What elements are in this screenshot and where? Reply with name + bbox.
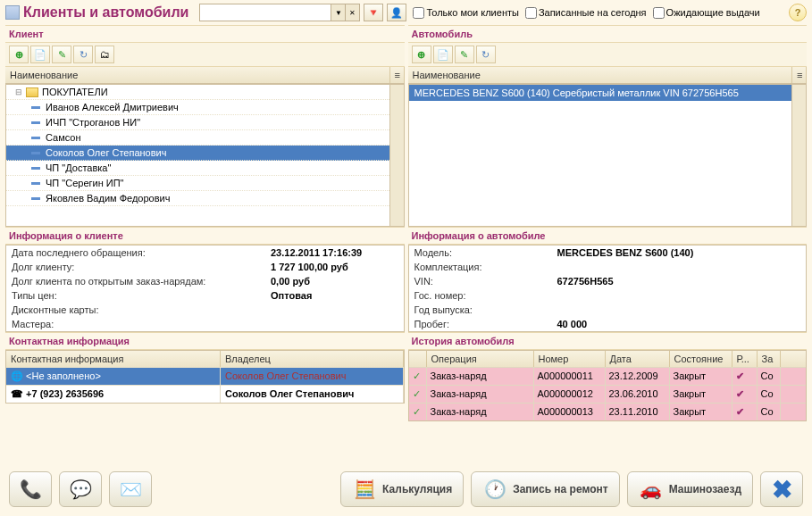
calc-button[interactable]: 🧮 Калькуляция [340,471,464,507]
tree-item[interactable]: ИЧП "Строганов НИ" [6,115,404,130]
history-col[interactable]: Номер [534,351,606,367]
auto-column-header[interactable]: Наименование [408,67,793,83]
history-col[interactable]: Р... [732,351,758,367]
contact-type-icon: ☎ [11,388,23,399]
repair-button[interactable]: 🕐 Запись на ремонт [471,471,619,507]
client-tree[interactable]: ⊟ ПОКУПАТЕЛИ Иванов Алексей ДмитриевичИЧ… [5,84,405,227]
info-row: Долг клиента по открытым заказ-нарядам:0… [6,274,404,288]
history-col[interactable]: Состояние [670,351,732,367]
scrollbar[interactable] [389,85,404,226]
info-row: Мастера: [6,317,404,331]
history-cell: Заказ-наряд [427,368,534,385]
history-cell: 23.06.2010 [606,386,670,403]
search-input[interactable] [200,4,331,21]
today-check[interactable]: Записанные на сегодня [525,7,647,19]
history-col[interactable]: За [758,351,781,367]
refresh-button[interactable]: ↻ [73,46,93,63]
info-row: Год выпуска: [409,303,807,317]
history-cell: 23.12.2009 [606,368,670,385]
info-row: Пробег:40 000 [409,317,807,331]
history-row[interactable]: ✓Заказ-нарядА00000001323.11.2010Закрыт✔С… [409,403,807,420]
info-row: Дата последнего обращения:23.12.2011 17:… [6,246,404,260]
item-label: Яковлев Вадим Федорович [46,193,170,204]
history-row[interactable]: ✓Заказ-нарядА00000001223.06.2010Закрыт✔С… [409,385,807,403]
item-label: Самсон [46,132,81,143]
history-cell: Закрыт [670,404,732,420]
tree-item[interactable]: ЧП "Доставка" [6,161,404,176]
dropdown-icon[interactable]: ▼ [331,4,345,21]
sort-icon[interactable]: ≡ [390,67,405,83]
tree-item[interactable]: ЧП "Серегин ИП" [6,176,404,191]
tree-item[interactable]: Соколов Олег Степанович [6,146,404,161]
doc-icon: ✓ [409,404,427,420]
calculator-icon: 🧮 [352,477,377,502]
item-icon [31,182,40,185]
contact-row[interactable]: ☎ +7 (923) 2635696Соколов Олег Степанови… [6,385,404,403]
tree-item[interactable]: Самсон [6,130,404,146]
clear-icon[interactable]: ✕ [345,4,359,21]
history-cell: Со [758,368,781,385]
info-row: VIN:672756H565 [409,274,807,288]
phone-button[interactable]: 📞 [9,471,52,507]
history-col[interactable]: Дата [606,351,670,367]
client-column-header[interactable]: Наименование [5,67,390,83]
history-cell: Со [758,386,781,403]
info-value: 40 000 [557,319,588,329]
find-button[interactable]: 👤 [387,4,406,21]
info-label: Дата последнего обращения: [12,247,271,258]
history-cell: Заказ-наряд [427,386,534,403]
info-row: Гос. номер: [409,288,807,303]
scrollbar[interactable] [791,85,806,226]
close-button[interactable]: ✖ [760,471,803,507]
sms-button[interactable]: 💬 [59,471,102,507]
only-my-check[interactable]: Только мои клиенты [413,7,519,19]
refresh-button[interactable]: ↻ [476,46,496,63]
tree-item[interactable]: Яковлев Вадим Федорович [6,191,404,206]
history-cell: 23.11.2010 [606,404,670,420]
add-button[interactable]: ⊕ [412,46,431,63]
auto-row[interactable]: MERCEDES BENZ S600 (140) Серебристый мет… [409,85,807,101]
info-label: Долг клиенту: [12,262,271,272]
history-cell: Закрыт [670,368,732,385]
email-button[interactable]: ✉️ [109,471,152,507]
auto-info-grid: Модель:MERCEDES BENZ S600 (140)Комплекта… [408,245,808,332]
contact-col2[interactable]: Владелец [221,351,404,367]
history-col[interactable]: Операция [427,351,534,367]
info-value: 0,00 руб [271,276,310,287]
item-icon [31,167,40,170]
hierarchy-button[interactable]: 🗂 [95,46,114,63]
help-button[interactable]: ? [789,4,807,21]
info-label: Долг клиента по открытым заказ-нарядам: [12,276,271,287]
entry-button[interactable]: 🚗 Машинозаезд [627,471,753,507]
waiting-check[interactable]: Ожидающие выдачи [653,7,760,19]
history-row[interactable]: ✓Заказ-нарядА00000001123.12.2009Закрыт✔С… [409,367,807,385]
info-label: Мастера: [12,319,271,329]
info-value: 1 727 100,00 руб [271,262,348,272]
client-info-header: Информация о клиенте [5,227,405,245]
info-row: Дисконтные карты: [6,303,404,317]
contact-col1[interactable]: Контактная информация [6,351,221,367]
filter-button[interactable]: 🔻 [364,4,383,21]
search-combo[interactable]: ▼ ✕ [199,4,360,21]
tree-folder[interactable]: ⊟ ПОКУПАТЕЛИ [6,85,404,100]
tree-item[interactable]: Иванов Алексей Дмитриевич [6,100,404,115]
sort-icon[interactable]: ≡ [792,67,807,83]
item-label: ЧП "Доставка" [46,162,111,173]
history-table: ОперацияНомерДатаСостояниеР...За ✓Заказ-… [408,350,808,421]
client-toolbar: ⊕ 📄 ✎ ↻ 🗂 [5,43,405,67]
auto-toolbar: ⊕ 📄 ✎ ↻ [408,43,808,67]
add-button[interactable]: ⊕ [9,46,29,63]
info-row: Типы цен:Оптовая [6,288,404,303]
copy-button[interactable]: 📄 [433,46,453,63]
edit-button[interactable]: ✎ [455,46,474,63]
contact-row[interactable]: 🌐 <Не заполнено>Соколов Олег Степанович [6,367,404,385]
contact-owner: Соколов Олег Степанович [221,386,404,403]
auto-list[interactable]: MERCEDES BENZ S600 (140) Серебристый мет… [408,84,808,227]
info-value: Оптовая [271,290,312,301]
copy-button[interactable]: 📄 [30,46,50,63]
info-value: 672756H565 [557,276,614,287]
item-icon [31,106,40,109]
client-info-grid: Дата последнего обращения:23.12.2011 17:… [5,245,405,332]
edit-button[interactable]: ✎ [52,46,71,63]
history-col[interactable] [409,351,427,367]
